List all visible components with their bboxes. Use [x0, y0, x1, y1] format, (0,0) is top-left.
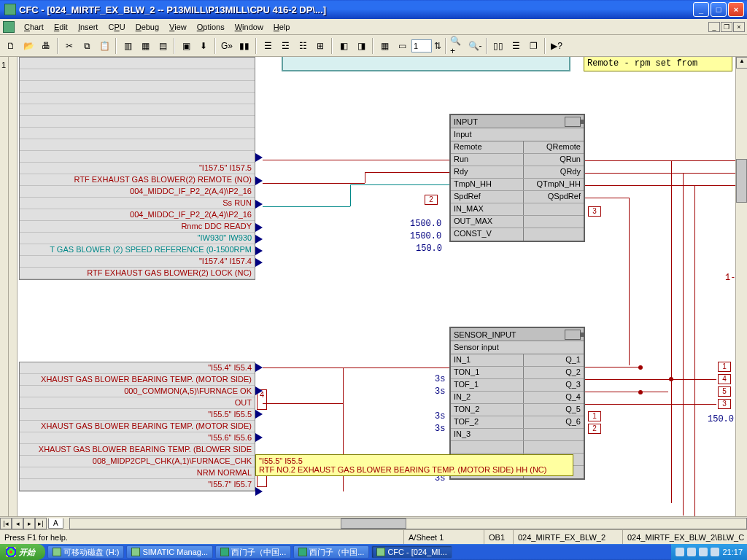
task-removable-disk[interactable]: 可移动磁盘 (H:) — [47, 545, 124, 559]
block-port-out[interactable]: Q_3 — [524, 379, 584, 391]
block-port-in[interactable]: SpdRef — [451, 191, 524, 203]
block-row[interactable]: CONST_V — [451, 228, 584, 241]
menu-options[interactable]: Options — [192, 21, 230, 33]
block-row[interactable]: OUT_MAX — [451, 216, 584, 228]
tray-icon[interactable] — [699, 548, 708, 556]
block-port-in[interactable]: TON_1 — [451, 367, 524, 378]
block-port-in[interactable]: Remote — [451, 141, 524, 153]
copy-button[interactable]: ⧉ — [79, 38, 95, 54]
minimize-button[interactable]: _ — [693, 2, 709, 17]
grid-button[interactable]: ▦ — [376, 38, 392, 54]
block-port-out[interactable] — [524, 429, 584, 440]
system-tray[interactable]: 21:17 — [671, 544, 747, 560]
task-siemens-1[interactable]: 西门子（中国... — [215, 545, 291, 559]
block-port-in[interactable]: TON_2 — [451, 404, 524, 416]
block-port-out[interactable]: QSpdRef — [524, 191, 584, 203]
print-button[interactable]: 🖶 — [38, 38, 54, 54]
block-port-out[interactable]: QTmpN_HH — [524, 179, 584, 190]
block-port-in[interactable]: IN_1 — [451, 354, 524, 366]
sheet-nav-next[interactable]: ▸ — [23, 518, 35, 529]
compile-button[interactable]: ▣ — [178, 38, 194, 54]
block-port-out[interactable]: QRdy — [524, 166, 584, 178]
sheet-nav-prev[interactable]: ◂ — [12, 518, 23, 529]
view1-button[interactable]: ▤ — [155, 38, 171, 54]
zoom-out-button[interactable]: 🔍- — [467, 38, 483, 54]
block-input[interactable]: INPUTInputRemoteQRemoteRunQRunRdyQRdyTmp… — [449, 114, 585, 242]
sheet-spin-input[interactable] — [411, 39, 432, 52]
menu-cpu[interactable]: CPU — [103, 21, 130, 33]
list2-button[interactable]: ☲ — [277, 38, 293, 54]
block-row[interactable]: TON_2Q_5 — [451, 404, 584, 416]
block-row[interactable]: RemoteQRemote — [451, 141, 584, 154]
tray-icon[interactable] — [711, 548, 719, 556]
sheet-nav-last[interactable]: ▸| — [35, 518, 47, 529]
menu-chart[interactable]: CCharthart — [19, 21, 49, 33]
paste-button[interactable]: 📋 — [96, 38, 112, 54]
block-port-out[interactable]: QRemote — [524, 141, 584, 153]
menu-insert[interactable]: Insert — [73, 21, 104, 33]
block-row[interactable]: TOF_1Q_3 — [451, 379, 584, 392]
block-port-out[interactable]: Q_6 — [524, 416, 584, 428]
block-port-in[interactable]: CONST_V — [451, 228, 524, 241]
list3-button[interactable]: ☷ — [295, 38, 311, 54]
block-port-in[interactable] — [451, 441, 524, 453]
menu-window[interactable]: Window — [230, 21, 268, 33]
block-port-in[interactable]: IN_2 — [451, 392, 524, 403]
mdi-restore-button[interactable]: ❐ — [721, 22, 732, 32]
tile-v-button[interactable]: ☰ — [508, 38, 524, 54]
task-siemens-2[interactable]: 西门子（中国... — [293, 545, 369, 559]
horizontal-scrollbar[interactable] — [69, 518, 747, 529]
block-port-in[interactable]: Run — [451, 154, 524, 166]
block-port-out[interactable] — [524, 441, 584, 453]
list1-button[interactable]: ☰ — [260, 38, 276, 54]
maximize-button[interactable]: □ — [711, 2, 727, 17]
block-port-out[interactable]: Q_4 — [524, 392, 584, 403]
margin-left-icon[interactable]: ◧ — [336, 38, 352, 54]
block-row[interactable]: IN_1Q_1 — [451, 354, 584, 367]
margin-right-icon[interactable]: ◨ — [353, 38, 369, 54]
block-row[interactable] — [451, 441, 584, 454]
tray-icon[interactable] — [687, 548, 696, 556]
menu-help[interactable]: Help — [268, 21, 295, 33]
cut-button[interactable]: ✂ — [61, 38, 77, 54]
block-row[interactable]: IN_2Q_4 — [451, 392, 584, 404]
start-button[interactable]: 开始 — [0, 544, 45, 560]
task-cfc[interactable]: CFC - [024_MI... — [371, 545, 452, 559]
block-port-in[interactable]: TOF_2 — [451, 416, 524, 428]
mdi-close-button[interactable]: × — [733, 22, 745, 32]
new-button[interactable]: 🗋 — [3, 38, 19, 54]
block-port-in[interactable]: OUT_MAX — [451, 216, 524, 228]
menu-debug[interactable]: Debug — [131, 21, 164, 33]
block-row[interactable]: IN_3 — [451, 429, 584, 441]
open-button[interactable]: 📂 — [20, 38, 36, 54]
catalog-button[interactable]: ▥ — [120, 38, 136, 54]
mdi-minimize-button[interactable]: _ — [708, 22, 720, 32]
block-row[interactable]: IN_MAX — [451, 203, 584, 216]
block-port-out[interactable] — [524, 228, 584, 241]
spin-buttons[interactable]: ⇅ — [433, 38, 442, 54]
block-port-in[interactable]: Rdy — [451, 166, 524, 178]
help-button[interactable]: ▶? — [549, 38, 565, 54]
block-port-in[interactable]: IN_3 — [451, 429, 524, 440]
block-port-in[interactable]: IN_MAX — [451, 203, 524, 215]
block-port-out[interactable] — [524, 216, 584, 228]
goto-button[interactable]: G» — [219, 38, 235, 54]
system-menu-icon[interactable] — [3, 21, 15, 33]
task-simatic[interactable]: SIMATIC Manag... — [126, 545, 213, 559]
download-button[interactable]: ⬇ — [196, 38, 212, 54]
block-port-out[interactable]: Q_2 — [524, 367, 584, 378]
block-row[interactable]: TON_1Q_2 — [451, 367, 584, 379]
block-row[interactable]: TmpN_HHQTmpN_HH — [451, 179, 584, 191]
block-port-out[interactable]: QRun — [524, 154, 584, 166]
tile-h-button[interactable]: ▯▯ — [490, 38, 506, 54]
block-port-out[interactable]: Q_1 — [524, 354, 584, 366]
canvas[interactable]: Remote - rpm set from "I157.5" I157.5RTF… — [0, 57, 747, 529]
block-port-out[interactable]: Q_5 — [524, 404, 584, 416]
sheet-nav-first[interactable]: |◂ — [0, 518, 12, 529]
menu-edit[interactable]: Edit — [49, 21, 73, 33]
sheet-tab-a[interactable]: A — [48, 518, 63, 529]
block-row[interactable]: TOF_2Q_6 — [451, 416, 584, 429]
zoom-in-button[interactable]: 🔍+ — [449, 38, 465, 54]
block-port-in[interactable]: TOF_1 — [451, 379, 524, 391]
block-row[interactable]: SpdRefQSpdRef — [451, 191, 584, 203]
